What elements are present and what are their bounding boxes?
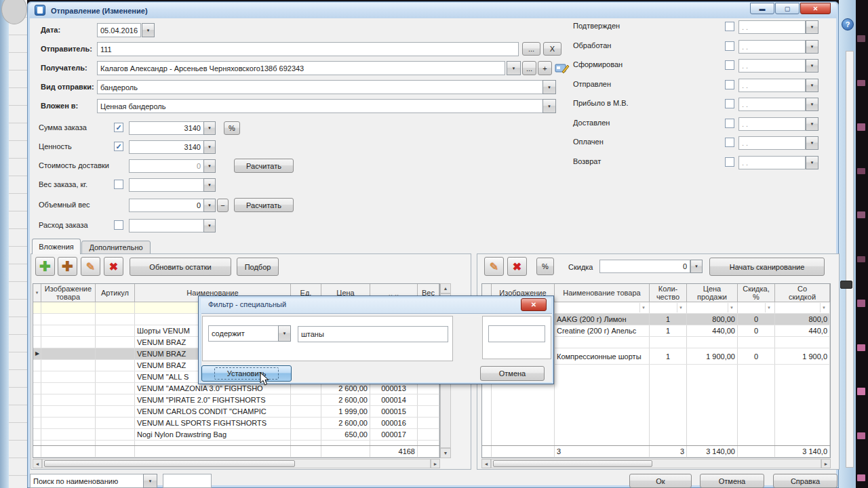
catalog-header-sku[interactable]: Артикул: [96, 284, 135, 302]
selected-hscroll-right[interactable]: ►: [821, 459, 831, 468]
status-checkbox-formed[interactable]: [725, 60, 734, 70]
status-date-arrived[interactable]: . .: [738, 98, 806, 111]
catalog-hscroll-right[interactable]: ►: [431, 459, 440, 468]
filter-dropdown-icon[interactable]: ▼: [728, 303, 735, 312]
delete-selected-button[interactable]: ✖: [507, 257, 527, 276]
selected-hscroll-track[interactable]: [491, 459, 821, 468]
selected-header-name[interactable]: Наименование товара: [555, 284, 650, 302]
selected-hscroll-thumb[interactable]: [493, 460, 652, 467]
status-checkbox-processed[interactable]: [725, 41, 734, 51]
table-row[interactable]: VENUM "AMAZONIA 3.0" FIGHTSHO2 600,00000…: [33, 383, 439, 394]
status-date-dropdown-delivered[interactable]: ▼: [806, 117, 818, 131]
sender-browse-button[interactable]: ...: [522, 42, 540, 56]
date-field[interactable]: 05.04.2016: [97, 23, 141, 37]
volume-calc-button[interactable]: Расчитать: [234, 198, 294, 212]
apply-filter-button[interactable]: Установить: [201, 365, 292, 382]
volume-weight-field[interactable]: 0: [129, 199, 204, 212]
recipient-field[interactable]: Калагов Александр - Арсеньев Черняховско…: [97, 61, 505, 75]
declared-value-field[interactable]: 3140: [129, 140, 204, 154]
volume-weight-minus-button[interactable]: −: [217, 199, 229, 212]
catalog-hscroll-left[interactable]: ◄: [33, 459, 42, 468]
discount-percent-button[interactable]: %: [536, 258, 554, 275]
status-date-dropdown-formed[interactable]: ▼: [806, 59, 818, 73]
filter-condition-dropdown[interactable]: ▼: [278, 325, 291, 342]
order-weight-checkbox[interactable]: [114, 180, 123, 189]
selected-header-discount[interactable]: Скидка,%: [738, 284, 775, 302]
status-date-confirmed[interactable]: . .: [738, 20, 806, 34]
status-date-dropdown-return[interactable]: ▼: [806, 156, 818, 169]
filter-dropdown-icon[interactable]: ▼: [677, 303, 684, 312]
filter-second-input[interactable]: [488, 325, 545, 342]
catalog-header-image[interactable]: Изображениетовара: [41, 284, 96, 302]
status-date-delivered[interactable]: . .: [738, 117, 806, 131]
minimize-button[interactable]: ▬: [750, 3, 774, 14]
order-expense-dropdown[interactable]: ▼: [203, 219, 216, 232]
delete-item-button[interactable]: ✖: [104, 257, 123, 276]
status-date-dropdown-arrived[interactable]: ▼: [806, 98, 818, 111]
maximize-button[interactable]: ▢: [775, 3, 800, 14]
table-row[interactable]: VENUM "PIRATE 2.0" FIGHTSHORTS2 600,0000…: [33, 394, 439, 406]
edit-item-button[interactable]: ✎: [81, 257, 100, 276]
catalog-hscroll-track[interactable]: [42, 459, 431, 468]
delivery-cost-dropdown[interactable]: ▼: [203, 159, 216, 173]
add-group-button[interactable]: ✚: [58, 257, 77, 276]
status-date-paid[interactable]: . .: [738, 136, 806, 150]
search-mode-combo[interactable]: Поиск по наименованию: [30, 474, 144, 488]
recipient-add-button[interactable]: +: [538, 61, 552, 75]
volume-weight-dropdown[interactable]: ▼: [203, 199, 216, 212]
status-checkbox-arrived[interactable]: [725, 99, 734, 108]
tab-attachments[interactable]: Вложения: [32, 239, 81, 254]
ok-button[interactable]: Ок: [629, 474, 692, 488]
nested-in-combo[interactable]: Ценная бандероль: [97, 99, 543, 113]
status-date-sent[interactable]: . .: [738, 79, 806, 92]
filter-dropdown-icon[interactable]: ▼: [765, 303, 772, 312]
edit-selected-button[interactable]: ✎: [484, 257, 504, 276]
cancel-button[interactable]: Отмена: [700, 474, 764, 488]
status-date-processed[interactable]: . .: [738, 40, 806, 54]
status-date-dropdown-processed[interactable]: ▼: [806, 40, 818, 54]
recipient-dropdown[interactable]: ▼: [507, 61, 521, 75]
status-checkbox-delivered[interactable]: [725, 119, 734, 128]
catalog-vscroll-up[interactable]: ▲: [440, 283, 451, 293]
catalog-hscroll-thumb[interactable]: [44, 460, 295, 467]
ship-type-dropdown[interactable]: ▼: [542, 80, 556, 94]
status-date-formed[interactable]: . .: [738, 59, 806, 73]
selected-hscroll-left[interactable]: ◄: [481, 459, 491, 468]
ship-type-combo[interactable]: бандероль: [97, 80, 543, 94]
table-row[interactable]: Nogi Nylon Drawstring Bag650,00000017: [33, 429, 439, 441]
search-input[interactable]: [163, 474, 212, 488]
filter-cancel-button[interactable]: Отмена: [480, 366, 545, 381]
sender-field[interactable]: 111: [97, 42, 519, 56]
status-checkbox-return[interactable]: [725, 157, 734, 167]
order-sum-dropdown[interactable]: ▼: [203, 121, 216, 135]
close-button[interactable]: ✕: [800, 3, 831, 14]
filter-dropdown-icon[interactable]: ▼: [820, 303, 827, 312]
help-icon[interactable]: ?: [842, 18, 854, 30]
status-date-dropdown-sent[interactable]: ▼: [806, 79, 818, 92]
selected-header-qty[interactable]: Коли-чество: [650, 284, 687, 302]
status-date-dropdown-paid[interactable]: ▼: [806, 136, 818, 150]
order-expense-checkbox[interactable]: [114, 220, 123, 230]
discount-dropdown[interactable]: ▼: [690, 260, 703, 273]
order-expense-field[interactable]: [129, 219, 204, 232]
selected-header-price[interactable]: Ценапродажи: [687, 284, 738, 302]
nested-in-dropdown[interactable]: ▼: [542, 99, 556, 113]
dialog-titlebar[interactable]: Отправление (Изменение): [29, 3, 837, 18]
order-sum-percent-button[interactable]: %: [224, 121, 240, 135]
help-button[interactable]: Справка: [773, 474, 837, 488]
filter-dropdown-icon[interactable]: ▼: [639, 303, 647, 312]
status-date-dropdown-confirmed[interactable]: ▼: [806, 20, 818, 34]
table-row[interactable]: VENUM CARLOS CONDIT "CHAMPIC1 999,000000…: [33, 406, 439, 418]
recipient-browse-button[interactable]: ...: [522, 61, 536, 75]
splitter-grip[interactable]: [840, 281, 852, 289]
delivery-calc-button[interactable]: Расчитать: [234, 159, 294, 173]
declared-value-checkbox[interactable]: ✓: [114, 142, 123, 151]
delivery-cost-field[interactable]: 0: [129, 159, 204, 173]
add-item-button[interactable]: ✚: [35, 257, 55, 276]
filter-close-button[interactable]: ✕: [521, 298, 547, 311]
selected-header-final[interactable]: Соскидкой: [775, 284, 830, 302]
order-weight-dropdown[interactable]: ▼: [203, 178, 216, 192]
recipient-card-icon[interactable]: [554, 61, 570, 75]
sender-clear-button[interactable]: X: [543, 42, 561, 56]
order-weight-field[interactable]: [129, 178, 204, 192]
